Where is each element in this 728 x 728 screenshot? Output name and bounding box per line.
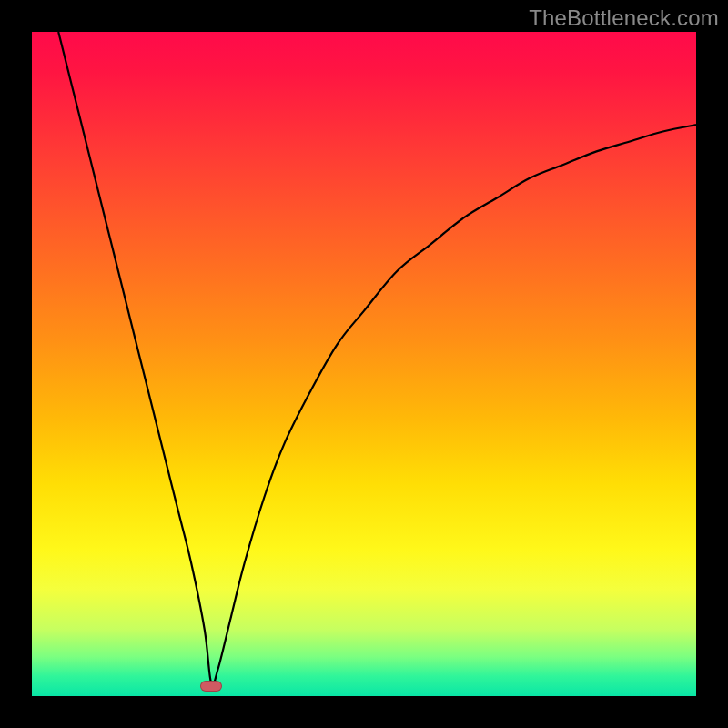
watermark-text: TheBottleneck.com xyxy=(529,5,719,31)
chart-frame: TheBottleneck.com xyxy=(0,0,728,728)
bottleneck-curve xyxy=(32,32,696,696)
minimum-marker xyxy=(200,681,222,692)
curve-path xyxy=(58,32,696,685)
plot-area xyxy=(32,32,696,696)
